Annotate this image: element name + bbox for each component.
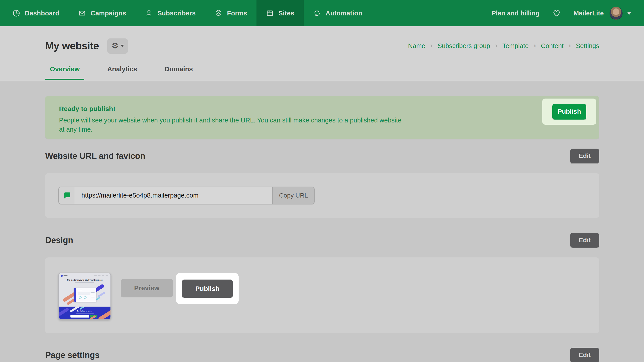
nav-item-automation[interactable]: Automation: [304, 0, 372, 26]
account-name: MailerLite: [574, 9, 604, 17]
thumbnail-dashboard-mockup: [74, 288, 96, 302]
thumbnail-hero-title: The modern way to start your business: [59, 279, 110, 281]
publish-button-highlight: Publish: [176, 273, 238, 304]
sync-icon: [313, 9, 321, 17]
main-nav: Dashboard Campaigns Subscribers: [0, 0, 372, 26]
banner-body: People will see your website when you pu…: [59, 116, 408, 134]
nav-label: Sites: [278, 9, 294, 17]
publish-button[interactable]: Publish: [552, 104, 586, 120]
nav-label: Campaigns: [90, 9, 126, 17]
ready-to-publish-banner: Ready to publish! People will see your w…: [45, 96, 599, 139]
design-actions: Preview Publish: [121, 273, 238, 304]
publish-button-highlight: Publish: [542, 98, 596, 125]
website-url-section-header: Website URL and favicon Edit: [45, 149, 599, 163]
chevron-right-icon: ›: [495, 41, 498, 50]
breadcrumb-subscribers-group[interactable]: Subscribers group: [438, 42, 490, 50]
nav-label: Dashboard: [25, 9, 59, 17]
breadcrumb-settings[interactable]: Settings: [576, 42, 599, 50]
thumbnail-hero-subtitle: [75, 283, 94, 283]
top-navbar: Dashboard Campaigns Subscribers: [0, 0, 644, 26]
nav-item-subscribers[interactable]: Subscribers: [136, 0, 205, 26]
clock-icon: [12, 9, 20, 17]
design-publish-button[interactable]: Publish: [182, 280, 233, 298]
navbar-right: Plan and billing MailerLite: [492, 0, 644, 26]
gear-icon: ⚙: [111, 42, 118, 50]
website-thumbnail[interactable]: The modern way to start your business: [58, 273, 111, 320]
breadcrumb-name[interactable]: Name: [408, 42, 425, 50]
site-settings-dropdown-button[interactable]: ⚙: [107, 38, 128, 53]
breadcrumb: Name › Subscribers group › Template › Co…: [408, 42, 599, 50]
section-heading-design: Design: [45, 236, 73, 245]
chevron-right-icon: ›: [534, 41, 536, 50]
layers-icon: [214, 9, 222, 17]
plan-and-billing-link[interactable]: Plan and billing: [492, 9, 539, 17]
favicon-preview: [59, 187, 75, 204]
section-heading-website-url: Website URL and favicon: [45, 151, 145, 161]
thumbnail-navbar: [61, 275, 108, 277]
page-settings-section-header: Page settings Edit: [45, 348, 599, 362]
edit-page-settings-button[interactable]: Edit: [570, 348, 599, 362]
edit-design-button[interactable]: Edit: [570, 233, 599, 248]
url-input-group: Copy URL: [58, 187, 314, 204]
edit-website-url-button[interactable]: Edit: [570, 149, 599, 163]
chevron-down-icon: [120, 45, 124, 47]
nav-item-campaigns[interactable]: Campaigns: [69, 0, 136, 26]
website-url-card: Copy URL: [45, 173, 599, 218]
tab-overview[interactable]: Overview: [45, 63, 84, 80]
avatar: [610, 7, 622, 20]
person-icon: [145, 9, 153, 17]
nav-label: Subscribers: [158, 9, 196, 17]
copy-url-button[interactable]: Copy URL: [272, 187, 314, 204]
nav-label: Automation: [326, 9, 362, 17]
thumbnail-email-input: [70, 315, 89, 318]
thumbnail-footer: Be the first to know!: [59, 307, 110, 319]
breadcrumb-content[interactable]: Content: [541, 42, 564, 50]
page-tabs: Overview Analytics Domains: [45, 63, 599, 80]
page-title: My website: [45, 40, 99, 52]
nav-item-sites[interactable]: Sites: [256, 0, 304, 26]
chevron-right-icon: ›: [569, 41, 571, 50]
website-url-input[interactable]: [75, 187, 272, 204]
nav-item-forms[interactable]: Forms: [205, 0, 256, 26]
tab-domains[interactable]: Domains: [160, 63, 198, 80]
page-header: My website ⚙ Name › Subscribers group › …: [0, 26, 644, 81]
banner-title: Ready to publish!: [59, 105, 537, 113]
thumbnail-footer-title: Be the first to know!: [59, 310, 110, 312]
browser-icon: [266, 9, 274, 17]
account-menu[interactable]: MailerLite: [574, 7, 632, 20]
heart-icon[interactable]: [552, 8, 562, 18]
preview-button[interactable]: Preview: [121, 279, 173, 297]
favicon-bubble-icon: [62, 191, 71, 200]
nav-label: Forms: [227, 9, 247, 17]
envelope-icon: [78, 9, 86, 17]
chevron-right-icon: ›: [430, 41, 433, 50]
design-card: The modern way to start your business: [45, 257, 599, 334]
tab-analytics[interactable]: Analytics: [102, 63, 142, 80]
nav-item-dashboard[interactable]: Dashboard: [3, 0, 69, 26]
section-heading-page-settings: Page settings: [45, 350, 100, 360]
chevron-down-icon: [627, 12, 632, 15]
overview-content: Ready to publish! People will see your w…: [0, 81, 644, 362]
breadcrumb-template[interactable]: Template: [502, 42, 529, 50]
mailerlite-app: Dashboard Campaigns Subscribers: [0, 0, 644, 362]
design-section-header: Design Edit: [45, 233, 599, 248]
